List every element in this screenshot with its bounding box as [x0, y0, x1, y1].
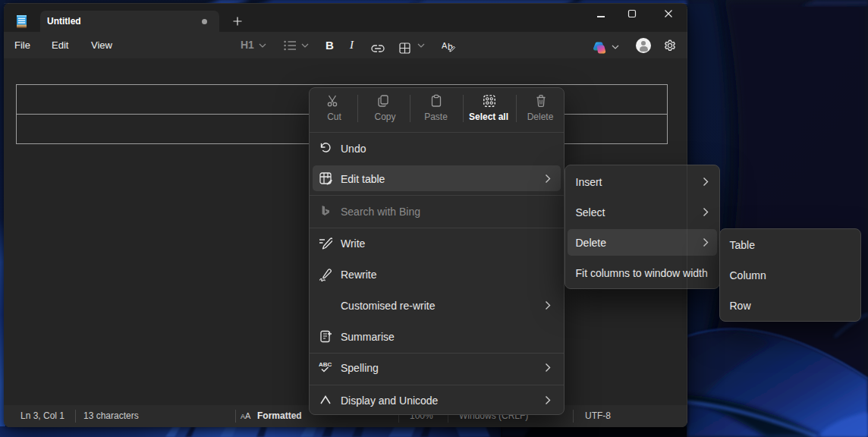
svg-text:ABC: ABC: [319, 361, 332, 368]
svg-text:A: A: [442, 41, 448, 50]
